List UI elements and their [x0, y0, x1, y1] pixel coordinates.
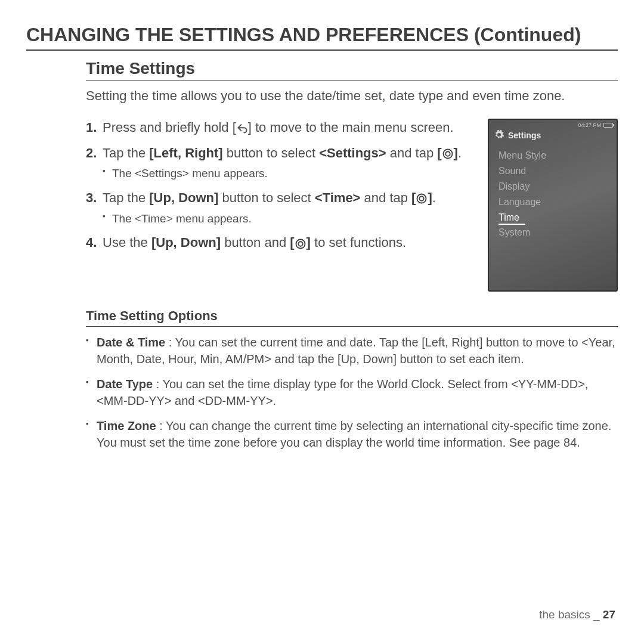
device-header: Settings: [489, 128, 617, 148]
device-time: 04:27 PM: [578, 122, 601, 128]
options-list: Date & Time : You can set the current ti…: [86, 334, 618, 451]
step-1-text-b: ] to move to the main menu screen.: [248, 120, 454, 135]
svg-point-5: [298, 242, 303, 246]
t: button to select: [218, 190, 314, 205]
intro-text: Setting the time allows you to use the d…: [86, 87, 618, 106]
footer-section: the basics: [539, 608, 590, 621]
page-number: 27: [603, 608, 615, 621]
t: button and: [221, 235, 290, 250]
device-menu: Menu Style Sound Display Language Time S…: [489, 148, 617, 240]
svg-point-2: [417, 194, 426, 203]
t: .: [458, 145, 462, 160]
option-label: Date Type: [97, 377, 153, 391]
t: [: [411, 190, 416, 205]
page-footer: the basics _ 27: [539, 608, 615, 621]
t: [: [437, 145, 441, 160]
t: Use the: [103, 235, 151, 250]
instructions: 1. Press and briefly hold [] to move to …: [86, 119, 472, 292]
option-text: : You can set the current time and date.…: [97, 336, 615, 366]
footer-sep: _: [590, 608, 603, 621]
option-time-zone: Time Zone : You can change the current t…: [86, 417, 618, 451]
device-menu-item: Menu Style: [499, 148, 607, 163]
t: and tap: [386, 145, 438, 160]
t: ]: [428, 190, 432, 205]
svg-point-1: [445, 151, 450, 156]
step-3: 3. Tap the [Up, Down] button to select <…: [86, 189, 472, 227]
step-4: 4. Use the [Up, Down] button and [] to s…: [86, 234, 472, 252]
t: [Up, Down]: [151, 235, 221, 250]
subsection-heading: Time Setting Options: [86, 308, 618, 327]
step-1-text-a: Press and briefly hold [: [103, 120, 236, 135]
device-menu-item-selected: Time: [499, 210, 525, 225]
svg-point-0: [443, 149, 452, 158]
t: Tap the: [103, 190, 149, 205]
t: button to select: [223, 145, 319, 160]
svg-point-3: [420, 196, 425, 201]
step-1: 1. Press and briefly hold [] to move to …: [86, 119, 472, 137]
device-screenshot: 04:27 PM Settings Menu Style Sound Displ…: [488, 119, 618, 292]
option-text: : You can set the time display type for …: [97, 377, 588, 407]
option-label: Time Zone: [97, 419, 156, 432]
t: ]: [306, 235, 311, 250]
t: Tap the: [103, 145, 149, 160]
gear-icon: [494, 129, 504, 142]
t: <Time>: [315, 190, 361, 205]
device-status-bar: 04:27 PM: [489, 120, 617, 128]
device-menu-item: System: [499, 225, 607, 240]
battery-icon: [603, 123, 613, 128]
device-title: Settings: [508, 131, 541, 140]
option-label: Date & Time: [97, 336, 165, 349]
t: [: [290, 235, 294, 250]
select-icon: [442, 148, 454, 160]
option-date-time: Date & Time : You can set the current ti…: [86, 334, 618, 367]
t: [Left, Right]: [149, 145, 222, 160]
select-icon: [295, 238, 306, 250]
section-heading: Time Settings: [86, 59, 618, 81]
select-icon: [416, 193, 428, 205]
t: to set functions.: [311, 235, 406, 250]
device-menu-item: Display: [499, 179, 607, 194]
step-2-sub: The <Settings> menu appears.: [103, 166, 472, 182]
device-menu-item: Language: [499, 194, 607, 210]
t: and tap: [360, 190, 411, 205]
svg-point-4: [296, 239, 305, 248]
t: ]: [454, 145, 458, 160]
step-3-sub: The <Time> menu appears.: [103, 211, 472, 227]
t: .: [432, 190, 436, 205]
page-title: CHANGING THE SETTINGS AND PREFERENCES (C…: [26, 24, 618, 51]
back-icon: [236, 122, 248, 134]
step-2: 2. Tap the [Left, Right] button to selec…: [86, 144, 472, 182]
t: [Up, Down]: [149, 190, 218, 205]
t: <Settings>: [319, 145, 386, 160]
device-menu-item: Sound: [499, 163, 607, 179]
option-text: : You can change the current time by sel…: [97, 419, 611, 449]
option-date-type: Date Type : You can set the time display…: [86, 376, 618, 409]
